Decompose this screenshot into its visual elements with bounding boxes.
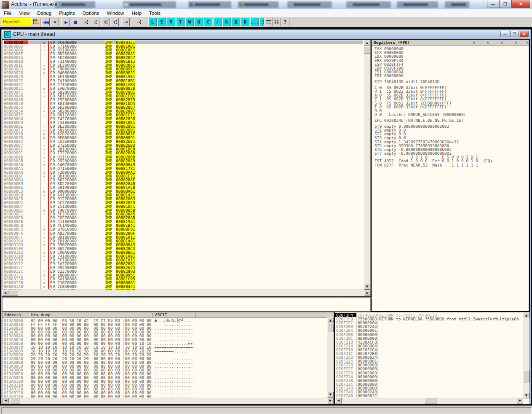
trace-into-button[interactable]: ⇓ <box>101 18 110 26</box>
dump-col-ascii[interactable]: ASCII <box>155 312 167 317</box>
collapse-arrow[interactable]: < <box>473 40 476 45</box>
menu-bar: FileViewDebugPluginsOptionsWindowHelpToo… <box>0 9 532 17</box>
menu-options[interactable]: Options <box>79 9 103 17</box>
stack-pane[interactable]: 020F1F476F4013DRETURN to ntdll.76F4013D0… <box>335 312 530 404</box>
panel-button-B[interactable]: B <box>232 18 240 26</box>
disassembly-pane[interactable]: 00B80000vE9 DC030000JMP00B803E100B80005-… <box>2 40 371 290</box>
background-window-ghost <box>238 1 278 8</box>
panel-button-W[interactable]: W <box>185 18 194 26</box>
registers-header: Registers (FPU) < < < < < <box>372 40 529 46</box>
cpu-restore-button[interactable]: ❐ <box>510 31 519 37</box>
info-pane[interactable] <box>2 297 371 312</box>
window-title: Acubra - iTunes.exe <box>11 1 57 7</box>
execute-till-return-button[interactable]: ⇥ <box>121 18 130 26</box>
scroll-left-arrow[interactable]: ◀ <box>2 290 8 296</box>
panel-button-T[interactable]: T <box>176 18 184 26</box>
scroll-thumb[interactable] <box>327 324 334 332</box>
trace-over-button[interactable]: ↡ <box>110 18 119 26</box>
scroll-left-arrow[interactable]: ◀ <box>3 398 9 403</box>
menu-window[interactable]: Window <box>103 9 128 17</box>
stack-hscrollbar[interactable]: ◀ ▶ <box>335 398 523 404</box>
menu-help[interactable]: Help <box>128 9 145 17</box>
panel-button-E[interactable]: E <box>158 18 166 26</box>
scroll-up-arrow[interactable]: ▲ <box>327 317 334 323</box>
menu-tools[interactable]: Tools <box>145 9 164 17</box>
stack-vscrollbar[interactable]: ▲ ▼ <box>523 312 529 398</box>
dump-vscrollbar[interactable]: ▲ ▼ <box>327 317 334 398</box>
scroll-down-arrow[interactable]: ▼ <box>327 392 334 398</box>
minimize-button[interactable]: — <box>487 0 499 8</box>
restart-button[interactable]: ◀◀ <box>41 18 50 26</box>
column-separator <box>356 312 357 398</box>
registers-pane[interactable]: Registers (FPU) < < < < < EAX 00000048EC… <box>372 40 529 311</box>
colors-grid-icon <box>275 20 279 24</box>
register-line[interactable]: EIP 76F4013D ntdll.76F4013D <box>374 80 528 83</box>
hex-dump-pane[interactable]: Address Hex dump ASCII 013AB00002 00 00 … <box>2 312 334 404</box>
register-line[interactable]: EDI 00000000 <box>374 74 528 78</box>
background-window-ghost <box>123 1 176 8</box>
register-line[interactable]: FCW 027F Prec NEAR,53 Mask 1 1 1 1 1 1 <box>374 163 528 167</box>
pause-button[interactable]: ▮▮ <box>71 18 79 26</box>
cpu-window-titlebar[interactable]: C CPU - main thread — ❐ ✕ <box>2 30 530 39</box>
scroll-left-arrow[interactable]: ◀ <box>335 398 342 403</box>
scroll-right-arrow[interactable]: ▶ <box>327 398 334 403</box>
scroll-thumb[interactable] <box>364 46 370 54</box>
panel-button-R[interactable]: R <box>241 18 249 26</box>
background-window-ghost <box>346 1 391 8</box>
panel-button-H[interactable]: H <box>195 18 203 26</box>
panel-button-K[interactable]: K <box>222 18 231 26</box>
collapse-arrow[interactable]: < <box>501 40 503 45</box>
panel-button-C[interactable]: C <box>204 18 212 26</box>
menu-debug[interactable]: Debug <box>33 9 55 17</box>
scroll-thumb[interactable] <box>10 398 20 403</box>
background-window-ghost <box>188 1 231 8</box>
dump-col-address[interactable]: Address <box>4 312 21 317</box>
cpu-window-icon: C <box>4 31 11 38</box>
register-line[interactable]: T 0 GS 002B 32bit 0(FFFFFFFF) <box>374 105 528 109</box>
toolbar: Paused ◀◀✕▶▮▮↳↓⇓↡⇥→LEMTWHC/KBR...S? <box>0 17 532 27</box>
dump-col-hex[interactable]: Hex dump <box>31 312 51 317</box>
help-button[interactable]: ? <box>281 18 289 26</box>
scroll-up-arrow[interactable]: ▲ <box>364 40 370 46</box>
panel-button-dots[interactable]: ... <box>250 18 259 26</box>
scroll-down-arrow[interactable]: ▼ <box>523 392 529 398</box>
close-button[interactable]: ✕ <box>511 0 530 8</box>
menu-view[interactable]: View <box>16 9 34 17</box>
collapse-arrow[interactable]: < <box>526 40 529 45</box>
step-into-button[interactable]: ↳ <box>82 18 90 26</box>
scroll-right-arrow[interactable]: ▶ <box>364 290 371 296</box>
register-line[interactable]: EFL 00200246 (NO,NB,E,BE,NS,PE,GE,LE) <box>374 118 528 122</box>
panel-button-M[interactable]: M <box>167 18 175 26</box>
status-field: Paused <box>1 18 32 25</box>
scroll-up-arrow[interactable]: ▲ <box>523 312 529 318</box>
step-over-button[interactable]: ↓ <box>91 18 99 26</box>
status-bar <box>0 406 532 414</box>
scroll-thumb[interactable] <box>9 290 18 296</box>
cpu-window-content: 00B80000vE9 DC030000JMP00B803E100B80005-… <box>2 39 530 404</box>
scroll-thumb[interactable] <box>425 398 437 403</box>
scroll-down-arrow[interactable]: ▼ <box>364 284 370 290</box>
column-separator <box>266 40 266 289</box>
disasm-vscrollbar[interactable]: ▲ ▼ <box>364 40 370 290</box>
panel-button-L[interactable]: L <box>148 18 157 26</box>
dump-hscrollbar[interactable]: ◀ ▶ <box>3 398 334 404</box>
run-button[interactable]: ▶ <box>61 18 70 26</box>
disasm-hscrollbar[interactable]: ◀ ▶ <box>2 290 371 296</box>
collapse-arrow[interactable]: < <box>515 40 517 45</box>
appearance-button[interactable] <box>273 18 281 26</box>
log-window-button[interactable] <box>264 18 273 26</box>
cpu-minimize-button[interactable]: — <box>500 31 509 37</box>
collapse-arrow[interactable]: < <box>487 40 489 45</box>
panel-button-slash[interactable]: / <box>213 18 222 26</box>
restore-button[interactable]: ❐ <box>499 0 511 8</box>
scroll-thumb[interactable] <box>523 371 529 382</box>
close-process-button[interactable]: ✕ <box>51 18 59 26</box>
register-line[interactable]: O 0 LastErr ERROR_SUCCESS (00000000) <box>374 113 528 116</box>
goto-button[interactable]: → <box>135 18 143 26</box>
menu-plugins[interactable]: Plugins <box>55 9 79 17</box>
open-file-button[interactable] <box>32 18 40 26</box>
cpu-close-button[interactable]: ✕ <box>520 31 529 37</box>
scroll-right-arrow[interactable]: ▶ <box>517 398 523 403</box>
menu-file[interactable]: File <box>0 9 16 17</box>
background-window-ghost <box>445 1 469 8</box>
